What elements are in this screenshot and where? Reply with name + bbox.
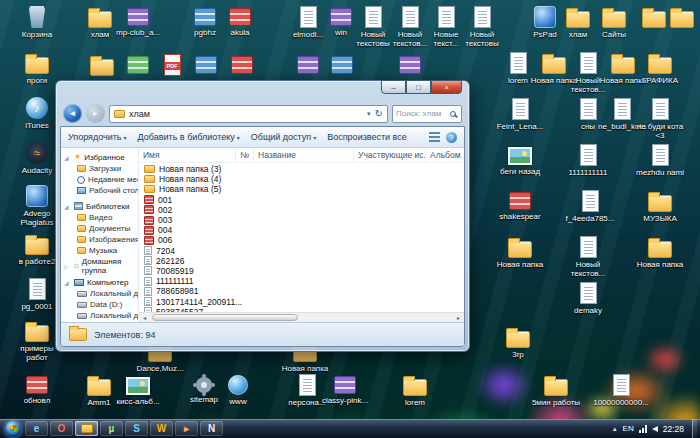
taskbar-button-opera[interactable]: O — [50, 421, 73, 436]
taskbar-button-utorrent[interactable]: µ — [100, 421, 123, 436]
toolbar-item-3[interactable]: Воспроизвести все — [327, 132, 407, 142]
desktop-icon-23[interactable] — [322, 52, 362, 74]
desktop-icon-48[interactable]: demaky — [562, 280, 614, 315]
column-header-2[interactable]: Название — [254, 148, 354, 162]
clock[interactable]: 22:28 — [663, 424, 684, 434]
column-header-0[interactable]: Имя — [139, 148, 236, 162]
explorer-window[interactable]: –□× ◄ ► хлам ▾ ↻ Упорядочить▾Добавить в … — [55, 80, 470, 352]
file-row-6[interactable]: 004 — [139, 225, 464, 235]
file-row-1[interactable]: Новая папка (4) — [139, 174, 464, 184]
sidebar-group-header[interactable]: ◢Компьютер — [64, 276, 138, 288]
refresh-icon[interactable]: ↻ — [375, 109, 383, 119]
scroll-right-icon[interactable]: ▸ — [453, 314, 464, 321]
column-header-4[interactable]: Альбом — [426, 148, 465, 162]
desktop-icon-50[interactable]: 3rp — [492, 324, 544, 359]
sidebar-item-3-1[interactable]: Data (D:) — [64, 299, 138, 310]
title-bar[interactable]: –□× — [56, 81, 469, 101]
desktop-icon-16[interactable]: проги — [9, 50, 65, 85]
desktop-icon-0[interactable]: Корзина — [9, 4, 65, 39]
file-row-12[interactable]: 788658981 — [139, 286, 464, 296]
desktop-icon-7[interactable]: Новый текстовый докум... — [354, 4, 392, 49]
sidebar-item-1-2[interactable]: Изображения — [64, 234, 138, 245]
toolbar-item-2[interactable]: Общий доступ▾ — [251, 132, 316, 142]
column-header-1[interactable]: № — [236, 148, 254, 162]
sidebar-group-header[interactable]: ◢★Избранное — [64, 151, 138, 163]
desktop-icon-10[interactable]: Новый текстовый... — [464, 4, 500, 49]
sidebar-group-header[interactable]: ◢Библиотеки — [64, 200, 138, 212]
desktop-icon-17[interactable] — [82, 52, 122, 76]
sidebar-item-0-1[interactable]: Недавние места — [64, 174, 138, 185]
file-row-0[interactable]: Новая папка (3) — [139, 164, 464, 174]
desktop-icon-40[interactable]: shakespear — [492, 188, 548, 221]
chevron-down-icon[interactable]: ▾ — [367, 110, 371, 118]
forward-button[interactable]: ► — [86, 104, 105, 123]
desktop-icon-44[interactable]: Новая папка — [492, 234, 548, 269]
desktop-icon-53[interactable]: обновл — [9, 372, 65, 405]
sidebar-item-3-0[interactable]: Локальный диск — [64, 288, 138, 299]
desktop-icon-45[interactable]: Новый текстов... — [562, 234, 614, 278]
maximize-button[interactable]: □ — [406, 80, 431, 94]
desktop-icon-55[interactable]: кисс-альб... — [112, 372, 164, 406]
search-box[interactable] — [392, 105, 462, 123]
search-input[interactable] — [396, 109, 450, 118]
expander-icon[interactable]: ▷ — [64, 263, 71, 270]
network-icon[interactable] — [639, 425, 647, 433]
desktop-icon-21[interactable] — [222, 52, 262, 74]
desktop-icon-4[interactable]: akula — [216, 4, 264, 37]
file-row-7[interactable]: 006 — [139, 235, 464, 245]
minimize-button[interactable]: – — [381, 80, 406, 94]
desktop-icon-20[interactable] — [186, 52, 226, 74]
desktop-icon-41[interactable]: f_4eeda785... — [562, 188, 618, 223]
desktop-icon-9[interactable]: Новые текст... — [428, 4, 464, 48]
hidden-icons-button[interactable]: ▲ — [612, 426, 618, 432]
show-desktop-button[interactable] — [692, 419, 697, 438]
close-button[interactable]: × — [431, 80, 462, 94]
help-icon[interactable]: ? — [446, 132, 457, 143]
sidebar-item-1-0[interactable]: Видео — [64, 212, 138, 223]
file-row-4[interactable]: 002 — [139, 205, 464, 215]
desktop-icon-59[interactable]: classy-pink... — [318, 372, 372, 405]
taskbar-button-notepad[interactable]: N — [200, 421, 223, 436]
desktop-icon-2[interactable]: mp-club_a... — [112, 4, 164, 37]
taskbar-button-windows-explorer[interactable] — [75, 421, 98, 436]
desktop-icon-31[interactable]: Feint_Lena... — [492, 96, 548, 131]
volume-icon[interactable] — [652, 426, 658, 432]
sidebar-item-0-2[interactable]: Рабочий стол — [64, 185, 138, 196]
desktop-icon-37[interactable]: 1111111111 — [562, 142, 614, 177]
toolbar-item-1[interactable]: Добавить в библиотеку▾ — [138, 132, 240, 142]
expander-icon[interactable]: ◢ — [64, 279, 71, 286]
desktop-icon-13[interactable]: Сайты — [592, 4, 636, 39]
file-row-3[interactable]: 001 — [139, 195, 464, 205]
change-view-icon[interactable] — [429, 132, 440, 142]
toolbar-item-0[interactable]: Упорядочить▾ — [68, 132, 127, 142]
desktop-icon-36[interactable]: беги назад — [492, 142, 548, 176]
sidebar-item-3-2[interactable]: Локальный дис... — [64, 310, 138, 321]
desktop-icon-62[interactable]: 10000000000... — [592, 372, 650, 407]
sidebar-item-1-1[interactable]: Документы — [64, 223, 138, 234]
desktop-icon-8[interactable]: Новый текстов... — [392, 4, 428, 48]
taskbar-button-media-player[interactable]: ▸ — [175, 421, 198, 436]
sidebar-group-header[interactable]: ▷⌂Домашняя группа — [64, 260, 138, 272]
file-row-10[interactable]: 70085919 — [139, 266, 464, 276]
sidebar-item-0-0[interactable]: Загрузки — [64, 163, 138, 174]
file-row-13[interactable]: 1301714114_200911... — [139, 296, 464, 306]
file-row-5[interactable]: 003 — [139, 215, 464, 225]
language-indicator[interactable]: EN — [623, 424, 634, 433]
desktop-icon-15[interactable] — [664, 4, 700, 28]
column-header-3[interactable]: Участвующие ис... — [354, 148, 426, 162]
file-row-8[interactable]: 7204 — [139, 246, 464, 256]
desktop-icon-42[interactable]: МУЗЫКА — [632, 188, 688, 223]
desktop-icon-57[interactable]: www — [216, 372, 260, 406]
desktop-icon-29[interactable]: ГРАФИКА — [632, 50, 688, 85]
taskbar-button-winamp[interactable]: W — [150, 421, 173, 436]
breadcrumb[interactable]: хлам — [129, 109, 150, 119]
scrollbar-thumb[interactable] — [152, 314, 298, 321]
address-bar[interactable]: хлам ▾ ↻ — [109, 105, 388, 123]
back-button[interactable]: ◄ — [63, 104, 82, 123]
taskbar-button-skype[interactable]: S — [125, 421, 148, 436]
file-row-9[interactable]: 262126 — [139, 256, 464, 266]
desktop-icon-24[interactable] — [390, 52, 430, 74]
scroll-left-icon[interactable]: ◂ — [139, 314, 150, 321]
file-row-2[interactable]: Новая папка (5) — [139, 184, 464, 194]
file-row-11[interactable]: 111111111 — [139, 276, 464, 286]
